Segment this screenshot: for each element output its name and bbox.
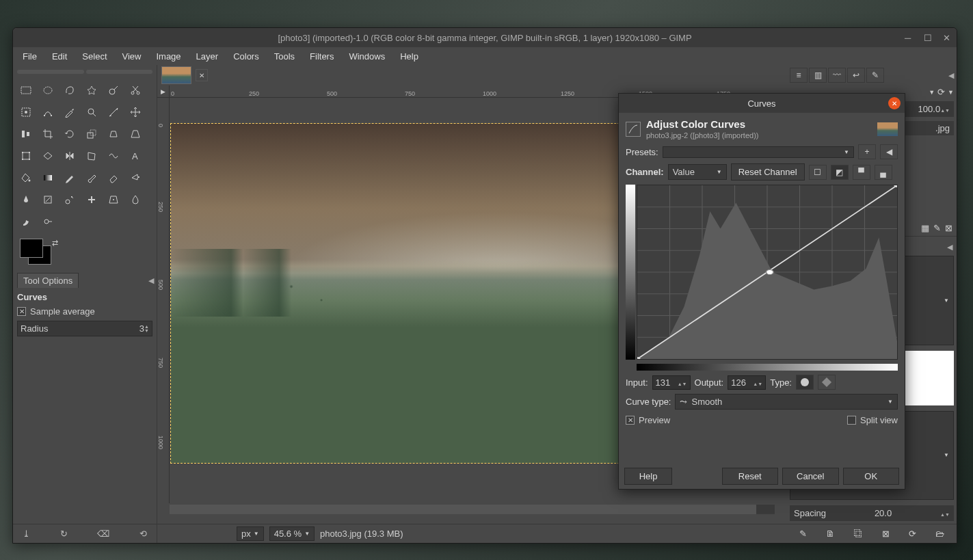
h-scrollbar[interactable] <box>170 505 775 514</box>
tool-heal[interactable] <box>81 189 102 210</box>
reset-icon[interactable]: ⟳ <box>937 87 945 97</box>
reset-preset-icon[interactable]: ⟲ <box>139 529 147 539</box>
tool-bucket-fill[interactable] <box>16 168 36 188</box>
spacing-value[interactable]: 20.0 <box>875 508 892 518</box>
tool-paths[interactable] <box>38 102 58 122</box>
tool-clone[interactable] <box>59 189 80 210</box>
del-brush-icon[interactable]: ⊠ <box>882 529 890 539</box>
pane-menu-icon[interactable]: ◀ <box>947 243 952 252</box>
color-selector[interactable]: ⇄ <box>20 239 55 269</box>
refresh-brush-icon[interactable]: ⟳ <box>909 529 916 539</box>
dock-tab-icon[interactable]: 〰 <box>828 68 846 83</box>
tool-fuzzy-select[interactable] <box>81 80 102 101</box>
tool-options-tab[interactable]: Tool Options <box>17 273 79 288</box>
histogram-log-icon[interactable]: ◩ <box>831 165 849 180</box>
tool-blur[interactable] <box>125 189 146 210</box>
chevron-down-icon[interactable]: ▼ <box>929 89 935 96</box>
ruler-origin[interactable]: ▶ <box>157 85 170 98</box>
tool-smudge[interactable] <box>16 211 36 232</box>
menu-layer[interactable]: Layer <box>189 49 226 64</box>
menu-colors[interactable]: Colors <box>226 49 266 64</box>
ok-button[interactable]: OK <box>843 468 900 485</box>
chevron-down-icon[interactable]: ▼ <box>948 89 954 96</box>
curves-close-button[interactable]: ✕ <box>888 97 901 109</box>
tool-crop[interactable] <box>38 124 58 144</box>
tool-foreground-select[interactable] <box>16 102 36 122</box>
fg-color-swatch[interactable] <box>20 239 43 258</box>
sample-average-checkbox[interactable]: ✕ <box>17 307 26 316</box>
curves-titlebar[interactable]: Curves ✕ <box>619 94 905 113</box>
ruler-vertical[interactable]: 0 250 500 750 1000 <box>157 98 170 503</box>
curve-type-select[interactable]: ⤳Smooth ▼ <box>675 394 898 410</box>
restore-preset-icon[interactable]: ↻ <box>60 529 68 539</box>
tool-text[interactable]: A <box>125 146 146 166</box>
tool-pencil[interactable] <box>59 168 80 188</box>
point-type-smooth[interactable] <box>796 375 814 390</box>
tool-mypaint[interactable] <box>38 189 58 210</box>
tool-ellipse-select[interactable] <box>38 80 58 101</box>
tool-rotate[interactable] <box>59 124 80 144</box>
tool-shear[interactable] <box>103 124 124 144</box>
tool-airbrush[interactable] <box>125 168 146 188</box>
dock-tab-icon[interactable]: ✎ <box>866 68 884 83</box>
point-type-corner[interactable] <box>818 375 836 390</box>
zoom-selector[interactable]: 45.6 %▼ <box>269 526 315 541</box>
save-preset-icon[interactable]: ⤓ <box>23 529 30 539</box>
tool-free-select[interactable] <box>59 80 80 101</box>
menu-help[interactable]: Help <box>393 49 425 64</box>
histogram-icon[interactable]: ▄ <box>875 165 892 180</box>
preset-menu-button[interactable]: ◀ <box>880 144 898 159</box>
close-button[interactable]: ✕ <box>943 33 952 42</box>
tool-scale[interactable] <box>81 124 102 144</box>
tool-rect-select[interactable] <box>16 80 36 101</box>
menu-image[interactable]: Image <box>149 49 187 64</box>
tool-move[interactable] <box>125 102 146 122</box>
tool-flip[interactable] <box>59 146 80 166</box>
radius-stepper[interactable]: ▲▼ <box>144 325 149 333</box>
tool-measure[interactable] <box>103 102 124 122</box>
channel-select[interactable]: Value▼ <box>668 164 727 180</box>
menu-filters[interactable]: Filters <box>303 49 341 64</box>
tool-scissors[interactable] <box>125 80 146 101</box>
histogram-icon[interactable]: ▀ <box>853 165 870 180</box>
swap-colors-icon[interactable]: ⇄ <box>52 239 58 248</box>
tool-zoom[interactable] <box>81 102 102 122</box>
menu-file[interactable]: File <box>16 49 44 64</box>
histogram-linear-icon[interactable]: ☐ <box>809 165 827 180</box>
curves-graph[interactable] <box>637 185 898 360</box>
image-tab-close-icon[interactable]: ✕ <box>196 69 208 81</box>
titlebar[interactable]: [photo3] (imported)-1.0 (RGB color 8-bit… <box>13 28 957 47</box>
help-button[interactable]: Help <box>624 468 672 485</box>
tool-dodge[interactable] <box>38 211 58 232</box>
tool-perspective-clone[interactable] <box>103 189 124 210</box>
output-spinner[interactable]: 126▲▼ <box>728 375 766 390</box>
tool-paintbrush[interactable] <box>81 168 102 188</box>
presets-select[interactable]: ▼ <box>663 146 854 158</box>
delete-preset-icon[interactable]: ⌫ <box>97 529 109 539</box>
add-preset-button[interactable]: + <box>858 144 876 159</box>
zoom-stepper[interactable]: ▲▼ <box>940 104 950 114</box>
tool-gradient[interactable] <box>38 168 58 188</box>
cancel-button[interactable]: Cancel <box>782 468 839 485</box>
tool-perspective[interactable] <box>125 124 146 144</box>
pane-menu-icon[interactable]: ◀ <box>148 276 154 285</box>
split-view-checkbox[interactable] <box>847 416 856 425</box>
tool-eraser[interactable] <box>103 168 124 188</box>
tool-color-picker[interactable] <box>59 102 80 122</box>
minimize-button[interactable]: ─ <box>905 33 914 42</box>
tool-unified-transform[interactable] <box>16 146 36 166</box>
dup-brush-icon[interactable]: ⿻ <box>854 529 863 539</box>
menu-view[interactable]: View <box>116 49 148 64</box>
pane-menu-icon[interactable]: ◀ <box>948 71 954 80</box>
unit-selector[interactable]: px▼ <box>237 526 264 541</box>
preview-checkbox[interactable]: ✕ <box>626 416 635 425</box>
tool-align[interactable] <box>16 124 36 144</box>
open-brush-icon[interactable]: 🗁 <box>935 529 944 539</box>
new-brush-icon[interactable]: 🗎 <box>826 529 835 539</box>
menu-edit[interactable]: Edit <box>45 49 74 64</box>
tool-ink[interactable] <box>16 189 36 210</box>
new-icon[interactable]: ▦ <box>921 223 929 233</box>
delete-icon[interactable]: ⊠ <box>945 223 952 233</box>
tool-warp[interactable] <box>103 146 124 166</box>
reset-channel-button[interactable]: Reset Channel <box>731 163 805 181</box>
